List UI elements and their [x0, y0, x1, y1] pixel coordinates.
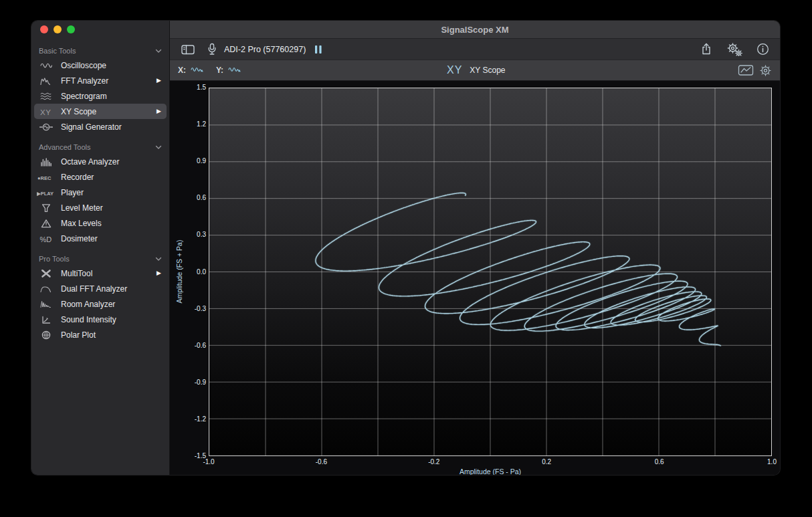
- x-channel-label: X:: [178, 66, 186, 75]
- microphone-icon[interactable]: [207, 43, 217, 56]
- dual-fft-icon: [35, 284, 57, 294]
- y-tick-label: -0.9: [177, 379, 206, 387]
- sidebar-item-fft-analyzer[interactable]: FFT Analyzer▶: [34, 73, 167, 88]
- y-tick-label: 0.0: [177, 268, 206, 276]
- sidebar-item-polar-plot[interactable]: Polar Plot: [34, 327, 167, 342]
- x-tick-label: 0.6: [645, 458, 674, 466]
- submenu-arrow-icon[interactable]: ▶: [157, 108, 161, 114]
- toolbar: ADI-2 Pro (57760297): [170, 39, 780, 60]
- minimize-button[interactable]: [54, 25, 62, 33]
- pause-icon[interactable]: [314, 44, 323, 55]
- level-meter-funnel-icon: [35, 203, 57, 213]
- multitool-icon: [35, 268, 57, 279]
- sidebar-item-oscilloscope[interactable]: Oscilloscope: [34, 58, 167, 73]
- tool-label: Spectrogram: [61, 92, 107, 101]
- gear-icon[interactable]: [759, 64, 772, 77]
- sidebar-toggle-icon[interactable]: [181, 43, 195, 56]
- chevron-down-icon[interactable]: [155, 257, 162, 262]
- sidebar-section-basic-tools[interactable]: Basic Tools: [34, 44, 167, 58]
- submenu-arrow-icon[interactable]: ▶: [157, 270, 161, 276]
- sound-intensity-icon: [35, 314, 57, 325]
- sidebar-item-signal-generator[interactable]: Signal Generator: [34, 119, 167, 134]
- dosimeter-icon: %D: [35, 233, 57, 244]
- sidebar-item-max-levels[interactable]: Max Levels: [34, 215, 167, 231]
- sidebar-item-dual-fft-analyzer[interactable]: Dual FFT Analyzer: [34, 281, 167, 296]
- sidebar-item-multitool[interactable]: MultiTool▶: [34, 266, 167, 281]
- y-tick-label: 1.2: [177, 120, 206, 128]
- room-analyzer-icon: [35, 299, 57, 310]
- fft-analyzer-icon: [35, 76, 57, 86]
- sidebar-item-dosimeter[interactable]: %DDosimeter: [34, 231, 167, 246]
- x-axis-title: Amplitude (FS - Pa): [443, 468, 537, 476]
- y-tick-label: 1.5: [177, 84, 206, 92]
- chevron-down-icon[interactable]: [155, 49, 162, 54]
- y-tick-label: -0.3: [177, 305, 206, 313]
- sidebar-item-player[interactable]: ▶PLAYPlayer: [34, 185, 167, 200]
- tool-label: Recorder: [61, 173, 94, 182]
- main-pane: SignalScope XM ADI-2 Pro (57760297) X: Y…: [170, 21, 780, 475]
- warning-triangle-icon: [35, 218, 57, 229]
- tool-label: Room Analyzer: [61, 300, 115, 309]
- xy-scope-icon: XY: [35, 106, 57, 117]
- plot-grid-region[interactable]: [209, 88, 772, 456]
- title-bar[interactable]: SignalScope XM: [170, 21, 780, 39]
- y-tick-label: -0.6: [177, 342, 206, 350]
- sidebar-item-level-meter[interactable]: Level Meter: [34, 200, 167, 215]
- share-icon[interactable]: [700, 43, 712, 56]
- svg-text:XY: XY: [40, 108, 51, 116]
- sidebar: Basic ToolsOscilloscopeFFT Analyzer▶Spec…: [31, 21, 170, 475]
- x-tick-label: -0.2: [419, 458, 449, 466]
- sidebar-item-spectrogram[interactable]: Spectrogram: [34, 88, 167, 104]
- tool-label: Dual FFT Analyzer: [61, 284, 127, 294]
- y-tick-label: 0.3: [177, 231, 206, 239]
- sidebar-section-pro-tools[interactable]: Pro Tools: [34, 252, 167, 266]
- sidebar-section-advanced-tools[interactable]: Advanced Tools: [34, 140, 167, 154]
- xy-badge: XY: [447, 64, 462, 76]
- chevron-down-icon[interactable]: [155, 145, 162, 150]
- sidebar-item-octave-analyzer[interactable]: Octave Analyzer: [34, 154, 167, 169]
- play-icon: ▶PLAY: [35, 187, 57, 198]
- signal-generator-icon: [35, 122, 57, 132]
- app-window: Basic ToolsOscilloscopeFFT Analyzer▶Spec…: [31, 20, 781, 476]
- y-signal-wave-icon[interactable]: [228, 66, 243, 75]
- window-title: SignalScope XM: [441, 25, 508, 35]
- tool-list: Basic ToolsOscilloscopeFFT Analyzer▶Spec…: [31, 38, 169, 342]
- x-channel-selector[interactable]: X:: [178, 66, 205, 75]
- polar-plot-icon: [35, 330, 57, 340]
- spectrogram-icon: [35, 91, 57, 102]
- tool-label: Octave Analyzer: [61, 157, 119, 167]
- tool-label: FFT Analyzer: [61, 76, 108, 86]
- submenu-arrow-icon[interactable]: ▶: [157, 78, 161, 84]
- tool-label: MultiTool: [61, 269, 92, 278]
- x-signal-wave-icon[interactable]: [191, 66, 205, 75]
- settings-gears-icon[interactable]: [726, 43, 742, 56]
- sidebar-item-room-analyzer[interactable]: Room Analyzer: [34, 296, 167, 312]
- tool-label: Dosimeter: [61, 234, 98, 243]
- tool-label: Player: [61, 188, 84, 197]
- chart-display-icon[interactable]: [738, 64, 754, 76]
- sidebar-item-xy-scope[interactable]: XYXY Scope▶: [34, 104, 167, 119]
- info-icon[interactable]: [756, 43, 769, 56]
- scope-title: XY XY Scope: [447, 60, 506, 80]
- zoom-button[interactable]: [67, 25, 75, 33]
- close-button[interactable]: [40, 25, 48, 33]
- tool-label: Max Levels: [61, 219, 102, 228]
- y-channel-selector[interactable]: Y:: [216, 66, 243, 75]
- tool-label: Polar Plot: [61, 330, 96, 340]
- section-label: Advanced Tools: [39, 143, 90, 151]
- octave-analyzer-bars-icon: [35, 157, 57, 167]
- x-tick-label: 1.0: [757, 458, 781, 466]
- record-icon: ●REC: [35, 172, 57, 183]
- sidebar-item-recorder[interactable]: ●RECRecorder: [34, 169, 167, 185]
- window-controls: [31, 21, 169, 38]
- svg-text:%D: %D: [40, 235, 52, 243]
- y-channel-label: Y:: [216, 66, 223, 75]
- tool-label: Signal Generator: [61, 122, 122, 132]
- y-tick-label: 0.6: [177, 194, 206, 202]
- input-device-label[interactable]: ADI-2 Pro (57760297): [224, 45, 306, 54]
- scope-name: XY Scope: [470, 66, 505, 75]
- sidebar-item-sound-intensity[interactable]: Sound Intensity: [34, 312, 167, 327]
- svg-text:●REC: ●REC: [37, 175, 52, 181]
- x-tick-label: -0.6: [306, 458, 336, 466]
- section-label: Basic Tools: [39, 47, 76, 55]
